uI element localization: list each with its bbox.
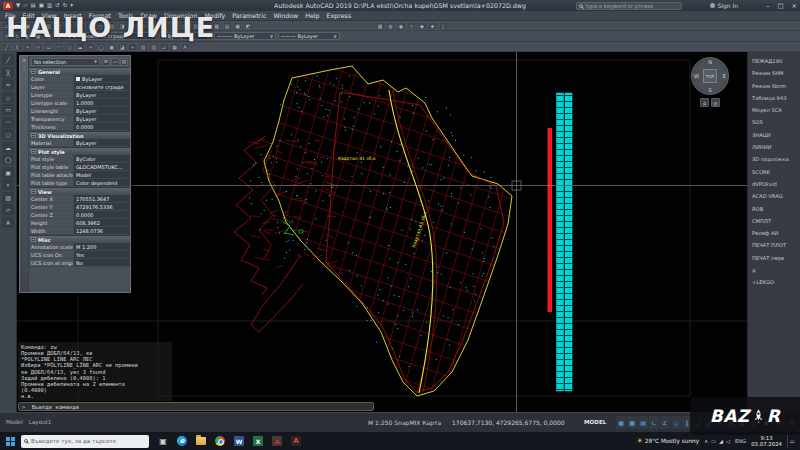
- minimize-button[interactable]: –: [766, 2, 769, 10]
- quick-select-icon[interactable]: ▨: [120, 58, 128, 66]
- section-header-view[interactable]: −View: [29, 187, 130, 195]
- word-taskbar-button[interactable]: W: [231, 434, 247, 449]
- menu-help[interactable]: Help: [305, 12, 319, 19]
- viewcube-top-face[interactable]: TOP: [703, 69, 717, 83]
- collapse-icon[interactable]: −: [31, 237, 36, 242]
- screen-menu-item-знаци[interactable]: ЗНАЦИ: [752, 129, 800, 141]
- start-button[interactable]: [0, 432, 20, 450]
- collapse-icon[interactable]: −: [31, 189, 36, 194]
- sheet-set-manager-icon[interactable]: ▤: [223, 22, 232, 30]
- property-value[interactable]: основните сгради: [73, 83, 130, 90]
- make-current-icon[interactable]: ◈: [428, 22, 437, 30]
- hatch-icon[interactable]: ▨: [139, 43, 148, 51]
- screen-menu-item-таблица-943[interactable]: Таблица 943: [752, 92, 800, 104]
- compass-west[interactable]: W: [694, 73, 699, 79]
- app-menu-icon[interactable]: ▼: [16, 3, 20, 9]
- screen-menu-item-dvpokvid[interactable]: dVPOkvid: [752, 178, 800, 190]
- qat-dropdown-icon[interactable]: ▾: [70, 3, 73, 9]
- autocad-taskbar-button[interactable]: A: [288, 434, 304, 449]
- language-indicator[interactable]: ENG: [735, 438, 746, 444]
- redo-icon[interactable]: ↻: [63, 3, 68, 9]
- property-value[interactable]: ByLayer: [73, 91, 130, 98]
- arc-icon[interactable]: ◠: [55, 43, 64, 51]
- snap-mode-toggle[interactable]: ▩: [627, 416, 637, 429]
- compass-south[interactable]: S: [708, 87, 711, 93]
- screen-menu-item-sos[interactable]: SOS: [752, 116, 800, 128]
- object-snap-toggle[interactable]: ◇: [671, 416, 681, 429]
- screen-menu-item-смплт[interactable]: СМПЛТ: [752, 215, 800, 227]
- palette-menu-icon[interactable]: ⋮: [22, 65, 27, 71]
- acrobat-taskbar-button[interactable]: A: [269, 434, 285, 449]
- markup-set-manager-icon[interactable]: ▣: [233, 22, 242, 30]
- screen-menu-item-acad-vrag[interactable]: ACAD VRAG: [752, 190, 800, 202]
- hidden-icons-chevron-icon[interactable]: ∧: [704, 438, 708, 444]
- property-value[interactable]: M 1:200: [73, 243, 130, 250]
- rectangle-icon[interactable]: ▭: [2, 104, 14, 115]
- quick-calc-icon[interactable]: ◩: [244, 22, 253, 30]
- screen-menu-item-rob[interactable]: ROB: [752, 203, 800, 215]
- screen-menu-item-линии[interactable]: ЛИНИИ: [752, 141, 800, 153]
- status-scale-text[interactable]: M 1:250 SnapMIX Карта: [368, 419, 441, 426]
- file-explorer-taskbar-button[interactable]: [193, 434, 209, 449]
- property-value[interactable]: No: [73, 259, 130, 266]
- select-objects-icon[interactable]: ▱: [111, 58, 119, 66]
- section-header-misc[interactable]: −Misc: [29, 235, 130, 243]
- undo-icon[interactable]: ↺: [55, 3, 60, 9]
- revcloud-icon[interactable]: ☁: [76, 43, 85, 51]
- circle-icon[interactable]: ○: [2, 129, 14, 140]
- property-value[interactable]: 170551.3647: [73, 195, 130, 202]
- selection-dropdown[interactable]: No selection ▼: [31, 58, 100, 66]
- signin-button[interactable]: Sign In: [710, 2, 738, 9]
- collapse-icon[interactable]: −: [31, 69, 36, 74]
- property-value[interactable]: 1248.0736: [73, 227, 130, 234]
- screen-menu-item-релеф-аи[interactable]: Релеф АИ: [752, 227, 800, 239]
- screen-menu-item-печат-плот[interactable]: ПЕЧАТ ПЛОТ: [752, 239, 800, 251]
- clock[interactable]: 9:13 03.07.2024: [751, 435, 782, 447]
- save-icon[interactable]: ▣: [39, 3, 44, 9]
- screen-menu-item-модел-sca[interactable]: Модел SCA: [752, 104, 800, 116]
- layer-off-icon[interactable]: ◍: [386, 22, 395, 30]
- insert-block-icon[interactable]: ▣: [107, 43, 116, 51]
- weather-widget[interactable]: ☀ 28°C Mostly sunny: [637, 437, 700, 445]
- menu-window[interactable]: Window: [273, 12, 298, 19]
- revcloud-icon[interactable]: ☁: [2, 142, 14, 153]
- property-value[interactable]: ByLayer: [73, 139, 130, 146]
- ortho-mode-toggle[interactable]: ∟: [649, 416, 659, 429]
- circle-icon[interactable]: ○: [65, 43, 74, 51]
- arc-icon[interactable]: ◠: [2, 117, 14, 128]
- close-button[interactable]: ×: [792, 2, 797, 10]
- infer-constraints-toggle[interactable]: ▦: [616, 416, 626, 429]
- insert-block-icon[interactable]: ▣: [2, 167, 14, 178]
- action-center-button[interactable]: ▭: [787, 435, 796, 448]
- viewcube-compass[interactable]: N S W E TOP: [691, 57, 729, 95]
- toggle-pickadd-icon[interactable]: ⊞: [102, 58, 110, 66]
- point-icon[interactable]: ∙: [128, 43, 137, 51]
- ellipse-icon[interactable]: ◯: [2, 154, 14, 165]
- screen-menu-item-режим-shm[interactable]: Режим SHM: [752, 67, 800, 79]
- screen-menu-item-д[interactable]: д: [752, 264, 800, 276]
- plot-icon[interactable]: ▥: [47, 3, 52, 9]
- layer-isolate-icon[interactable]: ◉: [397, 22, 406, 30]
- layout-tab-layout1[interactable]: Layout1: [29, 419, 52, 425]
- network-icon[interactable]: ◢: [719, 438, 723, 444]
- task-view-taskbar-button[interactable]: ▣: [155, 434, 171, 449]
- screen-menu-item-scork[interactable]: SCORK: [752, 166, 800, 178]
- construction-line-icon[interactable]: ╳: [13, 43, 22, 51]
- property-value[interactable]: 0.0000: [73, 123, 130, 130]
- property-value[interactable]: GLOCADMSTUKC...: [73, 163, 130, 170]
- excel-taskbar-button[interactable]: X: [250, 434, 266, 449]
- menu-express[interactable]: Express: [327, 12, 352, 19]
- property-value[interactable]: 4729176.5336: [73, 203, 130, 210]
- make-block-icon[interactable]: ◪: [118, 43, 127, 51]
- edge-taskbar-button[interactable]: e: [174, 434, 190, 449]
- autocad-logo-icon[interactable]: A: [3, 2, 13, 10]
- spline-icon[interactable]: ≈: [86, 43, 95, 51]
- grid-display-toggle[interactable]: ▤: [638, 416, 648, 429]
- help-search-input[interactable]: Type a keyword or phrase: [576, 2, 682, 10]
- section-header-general[interactable]: −General: [29, 67, 130, 75]
- collapse-icon[interactable]: −: [31, 133, 36, 138]
- property-value[interactable]: ByColor: [73, 155, 130, 162]
- compass-east[interactable]: E: [723, 73, 726, 79]
- viewcube[interactable]: N S W E TOP ⌂◎: [687, 57, 733, 117]
- property-value[interactable]: Model: [73, 171, 130, 178]
